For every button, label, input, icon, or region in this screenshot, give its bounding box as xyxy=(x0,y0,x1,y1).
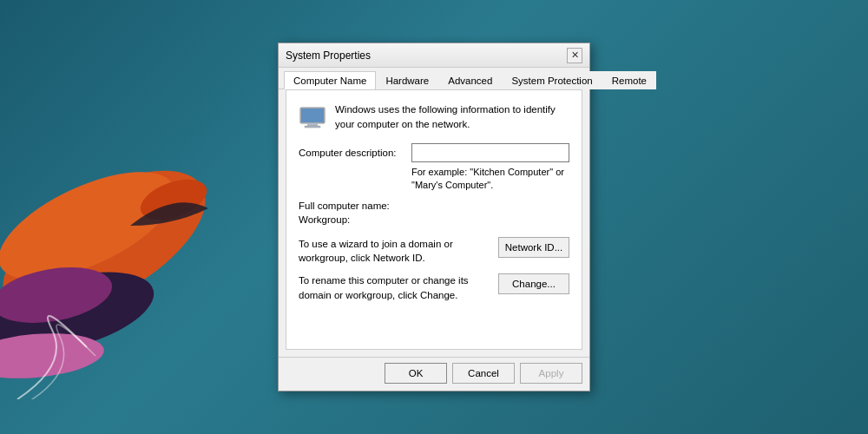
computer-description-row: Computer description: xyxy=(299,143,569,162)
info-row: Windows uses the following information t… xyxy=(299,102,569,133)
tabs-bar: Computer Name Hardware Advanced System P… xyxy=(279,68,589,89)
svg-point-2 xyxy=(0,256,162,368)
workgroup-row: Workgroup: xyxy=(299,214,569,225)
svg-rect-7 xyxy=(301,108,324,122)
tab-content: Windows uses the following information t… xyxy=(286,89,582,350)
apply-button[interactable]: Apply xyxy=(520,363,582,384)
info-text: Windows uses the following information t… xyxy=(335,102,569,133)
change-row: To rename this computer or change its do… xyxy=(299,273,569,301)
svg-point-3 xyxy=(0,259,116,331)
cancel-button[interactable]: Cancel xyxy=(452,363,515,384)
change-button[interactable]: Change... xyxy=(498,273,569,294)
change-text: To rename this computer or change its do… xyxy=(299,273,498,301)
tab-hardware[interactable]: Hardware xyxy=(376,71,438,89)
dialog-title: System Properties xyxy=(286,49,371,62)
button-bar: OK Cancel Apply xyxy=(279,357,589,391)
computer-icon xyxy=(299,104,326,132)
workgroup-label: Workgroup: xyxy=(299,214,411,225)
tab-system-protection[interactable]: System Protection xyxy=(502,71,602,89)
system-properties-dialog: System Properties ✕ Computer Name Hardwa… xyxy=(278,43,590,391)
example-text: For example: "Kitchen Computer" or "Mary… xyxy=(411,166,569,193)
svg-point-0 xyxy=(0,141,228,345)
svg-point-4 xyxy=(0,328,106,384)
tab-computer-name[interactable]: Computer Name xyxy=(284,71,376,89)
dialog-container: System Properties ✕ Computer Name Hardwa… xyxy=(278,43,590,391)
svg-rect-8 xyxy=(307,123,318,126)
close-button[interactable]: ✕ xyxy=(567,48,582,63)
network-id-text: To use a wizard to join a domain or work… xyxy=(299,237,498,265)
tab-remote[interactable]: Remote xyxy=(602,71,656,89)
svg-point-1 xyxy=(0,150,190,302)
full-computer-name-row: Full computer name: xyxy=(299,201,569,211)
network-id-row: To use a wizard to join a domain or work… xyxy=(299,237,569,265)
title-bar: System Properties ✕ xyxy=(279,43,589,68)
computer-description-input[interactable] xyxy=(411,143,569,162)
ok-button[interactable]: OK xyxy=(385,363,447,384)
network-id-button[interactable]: Network ID... xyxy=(498,237,569,258)
computer-description-label: Computer description: xyxy=(299,148,411,158)
desktop-art xyxy=(0,52,260,399)
tab-advanced[interactable]: Advanced xyxy=(438,71,502,89)
svg-rect-9 xyxy=(305,126,320,128)
full-computer-name-label: Full computer name: xyxy=(299,201,411,211)
svg-point-5 xyxy=(135,172,213,228)
